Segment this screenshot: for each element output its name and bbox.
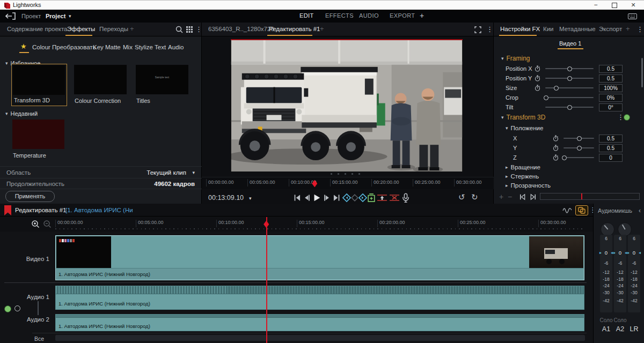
channel-label-A2[interactable]: A2 bbox=[613, 325, 627, 333]
recent-section-header[interactable]: ▾Недавний bbox=[5, 110, 38, 117]
keyframe-mini-timeline[interactable] bbox=[540, 193, 640, 200]
video-clip[interactable]: 1. Автодома ИРИС (Нижний Новгород) bbox=[55, 235, 584, 280]
viewer-timeline-ruler[interactable]: 00:00:00.00 00:05:00.00 00:10:00.00 00:1… bbox=[202, 177, 494, 189]
tab-edit[interactable]: EDIT bbox=[299, 12, 314, 19]
keyframe-stopwatch-icon[interactable] bbox=[535, 65, 540, 72]
zoom-out-icon[interactable] bbox=[43, 220, 52, 228]
timeline-sequence-tab[interactable]: Редактировать #1 bbox=[15, 207, 66, 213]
kebab-menu-icon[interactable]: ⋮ bbox=[636, 25, 643, 33]
audio-clip-1[interactable]: 1. Автодома ИРИС (Нижний Новгород) bbox=[55, 286, 584, 310]
track-name-audio1[interactable]: Аудио 1 bbox=[2, 294, 49, 300]
pan-right-icon[interactable]: ▸ bbox=[627, 250, 630, 255]
audio-monitor-toggle-green[interactable] bbox=[4, 305, 11, 312]
remove-keyframe-button[interactable]: − bbox=[508, 192, 512, 201]
grid-view-icon[interactable] bbox=[186, 26, 193, 33]
position-group-header[interactable]: ▾Положение bbox=[506, 125, 543, 131]
pivot-group-header[interactable]: ▸Стержень bbox=[506, 173, 539, 180]
transform3d-section-header[interactable]: ▾Transform 3D bbox=[501, 114, 545, 121]
add-viewer-tab-button[interactable]: + bbox=[320, 25, 324, 33]
opacity-group-header[interactable]: ▸Прозрачность bbox=[506, 182, 551, 189]
keyframe-stopwatch-icon[interactable] bbox=[535, 85, 540, 91]
remove-edit-icon[interactable] bbox=[389, 193, 400, 203]
effect-tile-colour-correction[interactable]: Colour Correction bbox=[74, 65, 127, 104]
zoom-in-icon[interactable] bbox=[31, 220, 40, 228]
go-to-end-button[interactable] bbox=[332, 193, 341, 203]
keyframe-stopwatch-icon[interactable] bbox=[553, 145, 559, 151]
add-room-button[interactable]: + bbox=[420, 11, 425, 20]
tab-effects[interactable]: EFFECTS bbox=[325, 12, 354, 19]
minimize-button[interactable]: − bbox=[588, 1, 604, 10]
insert-edit-icon[interactable] bbox=[377, 193, 387, 203]
category-matte[interactable]: Matte bbox=[105, 44, 121, 50]
effect-tile-titles[interactable]: Sample text Titles bbox=[136, 65, 189, 104]
category-text[interactable]: Text bbox=[155, 44, 166, 50]
solo-button-A2[interactable]: Соло bbox=[613, 317, 627, 323]
viewer-playhead-marker[interactable]: ◆ bbox=[312, 178, 317, 188]
slider-tilt[interactable] bbox=[545, 103, 594, 111]
keyboard-icon[interactable] bbox=[628, 13, 637, 19]
value-x[interactable]: 0.5 bbox=[599, 135, 623, 143]
scope-value-dropdown[interactable]: Текущий клип bbox=[147, 169, 186, 176]
add-tab-button[interactable]: + bbox=[130, 25, 134, 33]
slider-position-y[interactable] bbox=[545, 74, 594, 82]
close-button[interactable]: × bbox=[625, 1, 641, 10]
pan-right-icon[interactable]: ▸ bbox=[599, 250, 602, 255]
pan-left-icon[interactable]: ◂ bbox=[639, 250, 641, 255]
back-exit-icon[interactable] bbox=[5, 12, 16, 20]
category-stylize[interactable]: Stylize bbox=[135, 44, 153, 50]
keyframe-stopwatch-icon[interactable] bbox=[553, 135, 559, 141]
value-crop[interactable]: 0% bbox=[599, 94, 623, 102]
search-icon[interactable] bbox=[175, 26, 183, 33]
value-position-x[interactable]: 0.5 bbox=[599, 65, 623, 73]
category-transform[interactable]: Преобразовать bbox=[52, 44, 96, 50]
track-name-video1[interactable]: Видео 1 bbox=[2, 256, 49, 262]
value-y[interactable]: 0.5 bbox=[599, 144, 623, 152]
undo-button[interactable]: ↺ bbox=[458, 192, 465, 202]
mixer-fader-LR[interactable]: 60-6-12-18-24-30-42▸◂ bbox=[628, 235, 640, 312]
previous-keyframe-button[interactable] bbox=[518, 193, 526, 201]
slider-crop[interactable] bbox=[545, 94, 594, 101]
layer-tab-video1[interactable]: Видео 1 bbox=[559, 40, 581, 47]
fx-panel-scrollbar[interactable] bbox=[641, 58, 643, 87]
tab-export[interactable]: EXPORT bbox=[390, 12, 415, 19]
tab-audio[interactable]: AUDIO bbox=[359, 12, 379, 19]
category-colour[interactable]: Colour bbox=[32, 44, 50, 50]
slider-x[interactable] bbox=[564, 135, 594, 142]
keyframe-stopwatch-icon[interactable] bbox=[535, 75, 540, 81]
value-tilt[interactable]: 0° bbox=[599, 103, 623, 111]
slider-size[interactable] bbox=[545, 84, 594, 92]
tab-metadata[interactable]: Метаданные bbox=[559, 26, 596, 32]
sync-lock-toggle[interactable] bbox=[575, 205, 588, 215]
timeline-ruler[interactable]: 00:00:00.00 00:05:00.00 00:10:00.00 00:1… bbox=[0, 217, 593, 232]
value-z[interactable]: 0 bbox=[599, 154, 623, 162]
tab-edit-sequence[interactable]: Редактировать #1 bbox=[269, 26, 320, 32]
next-keyframe-button[interactable] bbox=[529, 193, 537, 201]
value-size[interactable]: 100% bbox=[599, 84, 623, 92]
waveform-settings-icon[interactable] bbox=[562, 207, 572, 213]
solo-button-A1[interactable]: Соло bbox=[599, 317, 613, 323]
tab-export-panel[interactable]: Экспорт bbox=[599, 26, 622, 32]
add-tab-button[interactable]: + bbox=[626, 25, 630, 33]
framing-section-header[interactable]: ▾Framing bbox=[501, 55, 530, 62]
rotation-group-header[interactable]: ▸Вращение bbox=[506, 164, 540, 170]
category-key[interactable]: Key bbox=[93, 44, 104, 50]
value-position-y[interactable]: 0.5 bbox=[599, 74, 623, 83]
pan-right-icon[interactable]: ▸ bbox=[613, 250, 616, 255]
mixer-fader-A1[interactable]: 60-6-12-18-24-30-42▸◂ bbox=[600, 235, 612, 312]
kebab-menu-icon[interactable]: ⋮ bbox=[486, 25, 493, 33]
current-timecode-dropdown[interactable]: 00:13:09.10 bbox=[208, 194, 244, 202]
add-to-sequence-icon[interactable] bbox=[367, 193, 376, 203]
effect-tile-transform3d[interactable]: Transform 3D bbox=[11, 64, 67, 106]
keyframe-stopwatch-icon[interactable] bbox=[553, 154, 559, 161]
tab-project-contents[interactable]: Содержание проекта bbox=[7, 26, 68, 32]
pan-left-icon[interactable]: ◂ bbox=[611, 250, 613, 255]
tab-source-clip[interactable]: 6356403_R.._1280x720 bbox=[208, 26, 274, 32]
tab-keys[interactable]: Кии bbox=[543, 26, 554, 32]
play-button[interactable] bbox=[312, 193, 321, 203]
channel-label-LR[interactable]: LR bbox=[627, 325, 641, 333]
timeline-scrollbar[interactable] bbox=[55, 335, 585, 341]
go-to-start-button[interactable] bbox=[292, 193, 302, 203]
step-back-button[interactable] bbox=[302, 193, 312, 203]
audio-monitor-toggle[interactable] bbox=[14, 305, 20, 311]
favorites-star-icon[interactable]: ★ bbox=[20, 42, 27, 50]
